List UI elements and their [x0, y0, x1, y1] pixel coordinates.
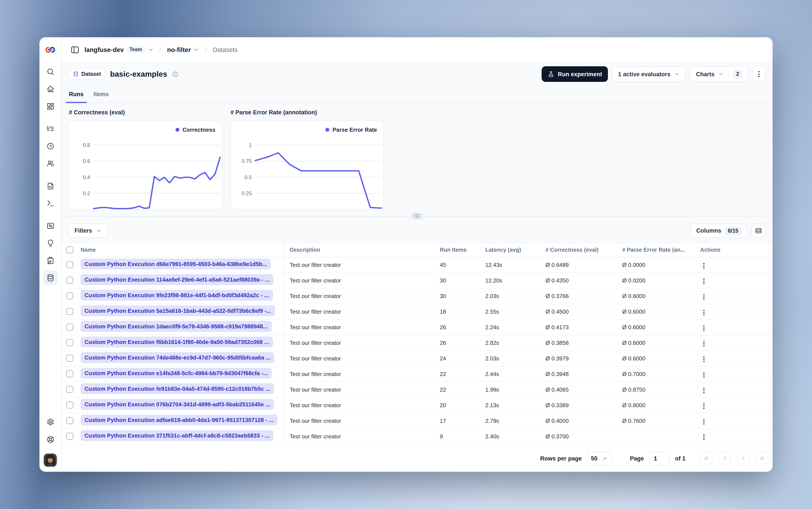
correctness-value: Ø 0.4000: [540, 413, 617, 429]
run-name-link[interactable]: Custom Python Execution 9fe23f98-881e-44…: [80, 290, 273, 301]
table-header-row: Name Description Run Items Latency (avg)…: [62, 243, 773, 257]
run-name-link[interactable]: Custom Python Execution d66e7991-8595-45…: [80, 259, 271, 269]
sidebar-toggle-icon[interactable]: [70, 45, 80, 54]
environment-name: no-filter: [167, 46, 191, 53]
sidebar-item-settings[interactable]: [43, 414, 58, 429]
page-label: Page: [630, 455, 644, 462]
sidebar-item-scores[interactable]: [43, 218, 58, 233]
tabs: Runs Items: [62, 86, 773, 103]
chart-title: # Parse Error Rate (annotation): [231, 109, 384, 116]
row-checkbox[interactable]: [66, 355, 73, 362]
breadcrumb-project[interactable]: langfuse-dev Team: [84, 46, 154, 54]
next-page-button[interactable]: [738, 452, 750, 464]
sidebar-item-playground[interactable]: [43, 196, 58, 210]
run-name-link[interactable]: Custom Python Execution f6bb1614-1f90-40…: [80, 336, 273, 347]
more-actions-button[interactable]: [752, 66, 766, 82]
main-area: langfuse-dev Team / no-filter / Datasets…: [62, 37, 773, 472]
row-checkbox[interactable]: [66, 308, 73, 315]
row-checkbox[interactable]: [66, 371, 73, 377]
svg-text:0.8: 0.8: [83, 142, 90, 148]
row-actions-kebab[interactable]: [701, 293, 707, 302]
row-actions-kebab[interactable]: [701, 339, 707, 348]
sidebar-item-prompts[interactable]: [43, 178, 58, 193]
runs-table: Name Description Run Items Latency (avg)…: [62, 242, 773, 447]
row-checkbox[interactable]: [66, 402, 73, 409]
user-avatar[interactable]: [44, 453, 57, 467]
page-input[interactable]: [649, 451, 670, 465]
rows-per-page-select[interactable]: 50: [587, 451, 612, 465]
latency-value: 2.55s: [480, 304, 540, 319]
row-actions-kebab[interactable]: [701, 355, 707, 364]
previous-page-button[interactable]: [719, 452, 731, 464]
sidebar-item-users[interactable]: [43, 156, 58, 171]
sidebar-item-home[interactable]: [43, 81, 58, 96]
columns-button[interactable]: Columns 8/15: [690, 224, 747, 238]
run-items-value: 26: [434, 319, 480, 335]
evaluators-dropdown[interactable]: 1 active evaluators: [612, 66, 686, 82]
sidebar-item-support[interactable]: [43, 432, 58, 447]
row-checkbox[interactable]: [66, 262, 73, 268]
row-actions-kebab[interactable]: [701, 370, 707, 379]
row-actions-kebab[interactable]: [701, 417, 707, 426]
sidebar-item-datasets[interactable]: [43, 270, 58, 285]
resize-drag-handle[interactable]: [411, 212, 423, 219]
info-icon[interactable]: [172, 71, 178, 77]
columns-count-badge: 8/15: [725, 226, 741, 235]
run-name-link[interactable]: Custom Python Execution 5a15a616-1bab-44…: [80, 305, 275, 316]
sidebar-item-sessions[interactable]: [43, 139, 58, 154]
filters-button[interactable]: Filters: [68, 224, 108, 238]
breadcrumb-separator: /: [159, 45, 162, 54]
row-actions-kebab[interactable]: [701, 308, 707, 317]
row-actions-kebab[interactable]: [701, 402, 707, 411]
row-actions-kebab[interactable]: [701, 324, 707, 333]
row-checkbox[interactable]: [66, 324, 73, 331]
run-items-value: 9: [434, 429, 480, 444]
run-name-link[interactable]: Custom Python Execution 371f531c-abff-4d…: [80, 430, 273, 441]
run-name-link[interactable]: Custom Python Execution adfae619-abb0-4d…: [80, 414, 277, 426]
row-checkbox[interactable]: [66, 293, 73, 300]
sidebar-item-dashboard[interactable]: [43, 99, 58, 113]
dataset-chip-label: Dataset: [81, 71, 101, 77]
row-actions-kebab[interactable]: [701, 386, 707, 395]
latency-value: 2.03s: [480, 288, 540, 304]
tab-runs[interactable]: Runs: [66, 86, 87, 103]
run-name-link[interactable]: Custom Python Execution fe91b83e-04a5-47…: [80, 383, 274, 394]
breadcrumb-environment[interactable]: no-filter: [167, 46, 200, 53]
tab-items[interactable]: Items: [91, 86, 112, 103]
column-header-actions: Actions: [695, 243, 773, 257]
row-height-button[interactable]: [751, 224, 766, 238]
row-checkbox[interactable]: [66, 339, 73, 346]
run-name-link[interactable]: Custom Python Execution 076b2704-341d-48…: [80, 399, 274, 410]
row-actions-kebab[interactable]: [701, 433, 707, 442]
row-actions-kebab[interactable]: [701, 277, 707, 286]
langfuse-logo[interactable]: [43, 42, 58, 57]
breadcrumb-section[interactable]: Datasets: [213, 46, 237, 53]
select-all-checkbox[interactable]: [66, 246, 73, 253]
latency-value: 2.24s: [480, 319, 540, 335]
run-experiment-label: Run experiment: [558, 71, 602, 77]
row-checkbox[interactable]: [66, 277, 73, 284]
row-checkbox[interactable]: [66, 386, 73, 393]
row-checkbox[interactable]: [66, 417, 73, 424]
svg-text:1: 1: [249, 142, 252, 148]
run-description: Test our filter creator: [284, 288, 434, 304]
sidebar-item-annotation[interactable]: [43, 253, 58, 268]
first-page-button[interactable]: [700, 452, 712, 464]
last-page-button[interactable]: [756, 452, 768, 464]
svg-text:0.5: 0.5: [245, 174, 252, 180]
run-name-link[interactable]: Custom Python Execution e14fa348-5cfc-49…: [80, 368, 272, 379]
parse-error-rate-value: Ø 0.7000: [617, 366, 695, 382]
column-header-description: Description: [284, 243, 434, 257]
row-actions-kebab[interactable]: [701, 261, 707, 270]
run-experiment-button[interactable]: Run experiment: [542, 66, 608, 82]
latency-value: 2.82s: [480, 335, 540, 350]
run-name-link[interactable]: Custom Python Execution 114aa9ef-29e6-4e…: [80, 274, 273, 285]
table-row: Custom Python Execution 5a15a616-1bab-44…: [62, 304, 773, 319]
row-checkbox[interactable]: [66, 433, 73, 440]
sidebar-item-lightbulb[interactable]: [43, 236, 58, 250]
charts-dropdown[interactable]: Charts 2: [690, 66, 748, 82]
run-name-link[interactable]: Custom Python Execution 74de488e-ec9d-47…: [80, 352, 274, 363]
sidebar-item-tracing[interactable]: [43, 121, 58, 136]
sidebar-item-search[interactable]: [43, 64, 58, 79]
run-name-link[interactable]: Custom Python Execution 1daec0f9-5e78-43…: [80, 321, 271, 332]
